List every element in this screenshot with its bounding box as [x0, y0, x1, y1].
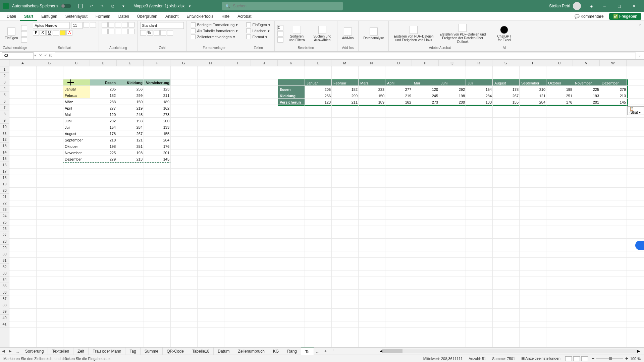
comma-icon[interactable] — [154, 30, 160, 36]
row-header-22[interactable]: 22 — [0, 200, 9, 206]
row-header-31[interactable]: 31 — [0, 257, 9, 264]
row-header-5[interactable]: 5 — [0, 92, 9, 98]
sheet-tab-sortierung[interactable]: Sortierung — [21, 348, 48, 355]
paste-button[interactable]: Einfügen — [3, 27, 20, 41]
scroll-left-icon[interactable]: ◀ — [380, 349, 382, 353]
formula-input[interactable] — [55, 52, 636, 59]
font-color-icon[interactable]: A — [66, 30, 72, 36]
chatgpt-button[interactable]: ChatGPT for Excel — [494, 25, 515, 43]
name-box[interactable] — [2, 52, 34, 59]
row-header-4[interactable]: 4 — [0, 85, 9, 92]
sheet-tab-rang[interactable]: Rang — [283, 348, 301, 355]
row-header-39[interactable]: 39 — [0, 308, 9, 315]
cell-styles-button[interactable]: Zellenformatvorlagen ▾ — [190, 34, 236, 40]
currency-icon[interactable] — [140, 30, 146, 36]
col-header-N[interactable]: N — [358, 60, 385, 66]
font-name-select[interactable] — [33, 22, 70, 29]
decrease-font-icon[interactable] — [90, 22, 96, 27]
bold-icon[interactable]: F — [33, 30, 39, 36]
avatar[interactable] — [573, 2, 581, 10]
transposed-table[interactable]: JanuarFebruarMärzAprilMaiJuniJuliAugustS… — [278, 79, 628, 106]
side-panel-icon[interactable] — [635, 241, 644, 250]
row-header-2[interactable]: 2 — [0, 73, 9, 79]
view-normal-icon[interactable] — [565, 356, 572, 361]
align-top-icon[interactable] — [102, 22, 108, 27]
sheet-nav-next[interactable]: ▶ — [7, 349, 13, 353]
col-header-F[interactable]: F — [144, 60, 170, 66]
camera-icon[interactable]: ◎ — [109, 3, 116, 9]
sheet-tab-tag[interactable]: Tag — [125, 348, 140, 355]
col-header-O[interactable]: O — [385, 60, 412, 66]
row-header-26[interactable]: 26 — [0, 226, 9, 232]
row-header-8[interactable]: 8 — [0, 111, 9, 117]
col-header-S[interactable]: S — [492, 60, 519, 66]
number-format-select[interactable] — [140, 22, 184, 29]
minimize-button[interactable]: ━ — [597, 0, 612, 12]
clear-icon[interactable] — [277, 37, 283, 43]
delete-cells-button[interactable]: Löschen ▾ — [245, 28, 271, 34]
row-header-6[interactable]: 6 — [0, 98, 9, 105]
sheet-nav-prev[interactable]: ◀ — [0, 349, 7, 353]
col-header-A[interactable]: A — [9, 60, 36, 66]
copy-icon[interactable] — [21, 31, 27, 37]
sheet-tab-zeilenumbruch[interactable]: Zeilenumbruch — [234, 348, 269, 355]
sheet-overflow[interactable]: … — [314, 349, 322, 353]
orientation-icon[interactable] — [122, 22, 128, 27]
sheet-nav-more[interactable]: … — [13, 349, 21, 353]
tab-daten[interactable]: Daten — [114, 12, 133, 21]
zoom-in-icon[interactable]: ✚ — [625, 356, 628, 361]
view-page-layout-icon[interactable] — [573, 356, 580, 361]
col-header-V[interactable]: V — [573, 60, 600, 66]
autosum-icon[interactable]: Σ — [277, 25, 283, 31]
align-right-icon[interactable] — [115, 29, 121, 34]
collapse-ribbon-icon[interactable]: ⌄ — [636, 21, 644, 51]
row-header-7[interactable]: 7 — [0, 105, 9, 111]
enter-formula-icon[interactable]: ✓ — [44, 53, 47, 58]
insert-cells-button[interactable]: Einfügen ▾ — [245, 22, 271, 27]
underline-icon[interactable]: U — [46, 30, 52, 36]
row-header-19[interactable]: 19 — [0, 181, 9, 187]
align-middle-icon[interactable] — [108, 22, 114, 27]
col-header-T[interactable]: T — [519, 60, 546, 66]
sort-filter-button[interactable]: Sortieren und Filtern — [285, 25, 309, 43]
row-header-32[interactable]: 32 — [0, 264, 9, 270]
row-header-12[interactable]: 12 — [0, 136, 9, 143]
tab-ueberpruefen[interactable]: Überprüfen — [133, 12, 161, 21]
diamond-icon[interactable]: ◈ — [588, 3, 595, 9]
row-header-40[interactable]: 40 — [0, 315, 9, 321]
sheet-tab-ta[interactable]: Ta — [301, 348, 314, 355]
format-as-table-button[interactable]: Als Tabelle formatieren ▾ — [190, 28, 239, 34]
pdf-links-button[interactable]: Erstellen von PDF-Dateien und Freigeben … — [391, 25, 436, 43]
conditional-formatting-button[interactable]: Bedingte Formatierung ▾ — [190, 22, 239, 27]
sheet-tab-kg[interactable]: KG — [269, 348, 283, 355]
sheet-tab-qr-code[interactable]: QR-Code — [163, 348, 188, 355]
align-bottom-icon[interactable] — [115, 22, 121, 27]
sheet-tab-zeit[interactable]: Zeit — [73, 348, 89, 355]
col-header-B[interactable]: B — [36, 60, 63, 66]
row-header-27[interactable]: 27 — [0, 232, 9, 238]
decrease-decimal-icon[interactable] — [167, 30, 173, 36]
cells-area[interactable]: EssenKleidungVersicherungJanuar205256123… — [9, 66, 644, 347]
fx-icon[interactable]: fx — [49, 53, 52, 58]
close-button[interactable]: ✕ — [627, 0, 641, 12]
row-header-36[interactable]: 36 — [0, 289, 9, 296]
col-header-E[interactable]: E — [117, 60, 144, 66]
zoom-control[interactable]: ━ ✚ 100 % — [592, 356, 641, 361]
row-header-3[interactable]: 3 — [0, 79, 9, 85]
autosave-toggle[interactable] — [61, 4, 71, 8]
filename-dropdown-icon[interactable]: ▾ — [186, 3, 193, 9]
tab-ansicht[interactable]: Ansicht — [161, 12, 182, 21]
col-header-I[interactable]: I — [224, 60, 251, 66]
zoom-out-icon[interactable]: ━ — [592, 356, 594, 361]
col-header-J[interactable]: J — [251, 60, 278, 66]
tab-formeln[interactable]: Formeln — [92, 12, 114, 21]
sheet-tab-frau oder mann[interactable]: Frau oder Mann — [89, 348, 125, 355]
sheet-tab-textteilen[interactable]: Textteilen — [48, 348, 73, 355]
col-header-M[interactable]: M — [331, 60, 358, 66]
row-header-10[interactable]: 10 — [0, 124, 9, 130]
sheet-tab-summe[interactable]: Summe — [141, 348, 163, 355]
save-icon[interactable] — [77, 3, 84, 9]
new-sheet-button[interactable]: ＋ — [322, 349, 329, 354]
col-header-W[interactable]: W — [600, 60, 627, 66]
tab-entwicklertools[interactable]: Entwicklertools — [182, 12, 217, 21]
